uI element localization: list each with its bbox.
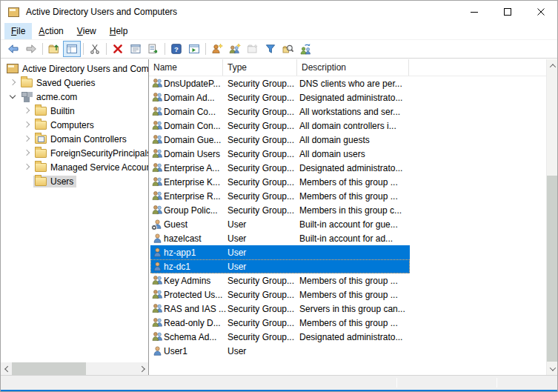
- tree-item-label: ForeignSecurityPrincipals: [50, 148, 148, 159]
- column-header-name[interactable]: Name: [149, 59, 223, 76]
- cell-description: All domain users: [299, 149, 408, 159]
- list-row[interactable]: hz-dc1 User: [150, 259, 410, 273]
- cell-type: Security Group...: [227, 205, 299, 216]
- tree-item[interactable]: Users: [1, 174, 148, 188]
- list-row[interactable]: Guest User Built-in account for gue...: [150, 217, 410, 231]
- status-bar: [1, 375, 558, 390]
- vertical-scrollbar-thumb[interactable]: [547, 176, 558, 362]
- tree-item[interactable]: Builtin: [1, 104, 148, 118]
- list-row[interactable]: Domain Gue... Security Group... All doma…: [150, 133, 410, 147]
- cell-name: Read-only D...: [164, 318, 227, 328]
- column-header-description[interactable]: Description: [297, 59, 409, 76]
- tree-item[interactable]: ForeignSecurityPrincipals: [1, 146, 148, 160]
- list-row[interactable]: User1 User: [150, 344, 410, 358]
- security-group-icon: [152, 120, 163, 131]
- export-list-button[interactable]: [145, 41, 162, 57]
- expander-icon[interactable]: [19, 146, 33, 160]
- set-filter-button[interactable]: [262, 41, 279, 57]
- cell-type: Security Group...: [227, 276, 299, 286]
- expander-icon[interactable]: [19, 132, 33, 146]
- find-button[interactable]: [279, 41, 297, 57]
- expander-icon[interactable]: [19, 174, 33, 188]
- new-ou-icon: [247, 43, 259, 55]
- list-row[interactable]: Read-only D... Security Group... Members…: [150, 316, 410, 330]
- tree-item-label: Active Directory Users and Com: [22, 64, 148, 74]
- cell-name: Protected Us...: [164, 290, 227, 300]
- back-button[interactable]: [4, 41, 22, 57]
- object-icon: [150, 133, 164, 146]
- cell-type: Security Group...: [227, 135, 299, 145]
- cell-type: Security Group...: [227, 177, 299, 187]
- mmc-console-icon: [8, 7, 19, 17]
- help-button[interactable]: ?: [167, 41, 185, 57]
- properties-button[interactable]: [127, 41, 145, 57]
- scroll-down-arrow-icon[interactable]: [547, 362, 558, 375]
- tree-indent: [5, 124, 19, 125]
- tree-item[interactable]: Domain Controllers: [1, 132, 148, 146]
- tree-item-icon: [35, 177, 47, 186]
- object-icon: [150, 288, 164, 301]
- list-row[interactable]: Protected Us... Security Group... Member…: [150, 288, 410, 302]
- close-button[interactable]: [524, 1, 557, 23]
- tree-item[interactable]: Managed Service Accounts: [1, 160, 148, 174]
- new-window-button[interactable]: [185, 41, 203, 57]
- list-row[interactable]: Domain Co... Security Group... All works…: [150, 104, 410, 119]
- cell-description: Built-in account for ad...: [299, 233, 408, 244]
- new-group-button[interactable]: [226, 41, 244, 57]
- expander-icon[interactable]: [19, 160, 33, 174]
- minimize-button[interactable]: [457, 1, 491, 23]
- list-row[interactable]: hazelcast User Built-in account for ad..…: [150, 231, 410, 245]
- forward-button[interactable]: [22, 41, 40, 57]
- list-row[interactable]: RAS and IAS ... Security Group... Server…: [150, 302, 410, 316]
- list-row[interactable]: Domain Con... Security Group... All doma…: [150, 119, 410, 133]
- cell-name: Enterprise A...: [164, 163, 227, 173]
- tree-indent: [5, 153, 19, 153]
- find-magnifier-icon: [282, 43, 294, 55]
- scroll-left-arrow-icon[interactable]: [1, 362, 12, 375]
- list-row[interactable]: Domain Ad... Security Group... Designate…: [150, 90, 410, 104]
- list-row[interactable]: Enterprise A... Security Group... Design…: [150, 161, 410, 175]
- list-row[interactable]: hz-app1 User: [150, 245, 410, 259]
- new-ou-button[interactable]: [244, 41, 262, 57]
- scroll-right-arrow-icon[interactable]: [137, 362, 148, 375]
- horizontal-scrollbar-thumb[interactable]: [12, 362, 86, 375]
- forward-arrow-icon: [25, 43, 37, 55]
- menu-item[interactable]: File: [4, 23, 32, 39]
- list-vertical-scrollbar[interactable]: [546, 59, 558, 375]
- expander-icon[interactable]: [19, 104, 33, 118]
- list-row[interactable]: Enterprise K... Security Group... Member…: [150, 175, 410, 189]
- list-row[interactable]: Key Admins Security Group... Members of …: [150, 273, 410, 288]
- menu-item[interactable]: Help: [103, 23, 135, 39]
- list-row[interactable]: Enterprise R... Security Group... Member…: [150, 189, 410, 203]
- title-bar[interactable]: Active Directory Users and Computers: [1, 1, 557, 23]
- user-icon: [152, 247, 163, 258]
- list-row[interactable]: Domain Users Security Group... All domai…: [150, 147, 410, 161]
- column-header-type[interactable]: Type: [223, 59, 297, 76]
- menu-item[interactable]: Action: [32, 23, 70, 39]
- maximize-button[interactable]: [491, 1, 524, 23]
- add-to-group-button[interactable]: [297, 41, 315, 57]
- scroll-up-arrow-icon[interactable]: [547, 59, 558, 72]
- show-console-tree-button[interactable]: [63, 41, 81, 57]
- tree-horizontal-scrollbar[interactable]: [1, 362, 148, 375]
- menu-item[interactable]: View: [70, 23, 103, 39]
- expander-icon[interactable]: [5, 90, 19, 104]
- list-row[interactable]: Group Polic... Security Group... Members…: [150, 203, 410, 217]
- up-one-level-button[interactable]: [45, 41, 63, 57]
- cut-button[interactable]: [86, 41, 104, 57]
- tree-item[interactable]: Saved Queries: [1, 76, 148, 90]
- toolbar-separator: [106, 43, 107, 55]
- new-user-button[interactable]: [208, 41, 226, 57]
- tree-item-label: Users: [50, 176, 73, 187]
- expander-icon[interactable]: [19, 118, 33, 132]
- cell-description: Built-in account for gue...: [299, 219, 408, 230]
- expander-icon[interactable]: [5, 76, 19, 90]
- cell-name: User1: [164, 346, 227, 356]
- tree-item[interactable]: acme.com: [1, 90, 148, 104]
- new-group-icon: [229, 43, 241, 55]
- tree-item[interactable]: Computers: [1, 118, 148, 132]
- delete-button[interactable]: [109, 41, 127, 57]
- list-row[interactable]: DnsUpdateP... Security Group... DNS clie…: [150, 76, 410, 90]
- list-row[interactable]: Schema Ad... Security Group... Designate…: [150, 330, 410, 344]
- tree-item[interactable]: Active Directory Users and Com: [1, 62, 148, 76]
